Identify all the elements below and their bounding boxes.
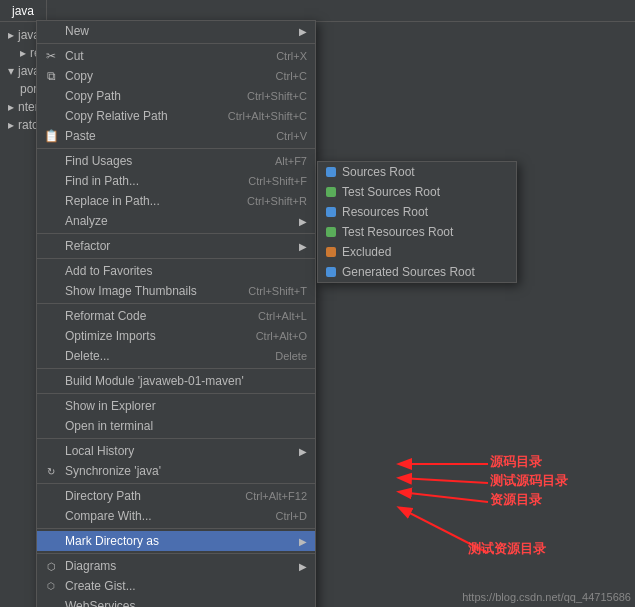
menu-copy-relative-label: Copy Relative Path [65, 109, 168, 123]
menu-item-synchronize[interactable]: ↻ Synchronize 'java' [37, 461, 315, 481]
submenu-item-generated-sources-root[interactable]: Generated Sources Root [318, 262, 516, 282]
submenu-arrow-diagrams: ▶ [299, 561, 307, 572]
menu-mark-dir-label: Mark Directory as [65, 534, 159, 548]
paste-icon: 📋 [41, 129, 61, 143]
menu-item-reformat[interactable]: Reformat Code Ctrl+Alt+L [37, 306, 315, 326]
submenu-arrow-history: ▶ [299, 446, 307, 457]
menu-item-find-usages[interactable]: Find Usages Alt+F7 [37, 151, 315, 171]
submenu-item-test-sources-root[interactable]: Test Sources Root [318, 182, 516, 202]
menu-item-copy-relative-path[interactable]: Copy Relative Path Ctrl+Alt+Shift+C [37, 106, 315, 126]
menu-item-delete[interactable]: Delete... Delete [37, 346, 315, 366]
delete-shortcut: Delete [275, 350, 307, 362]
test-sources-root-icon [326, 187, 336, 197]
submenu-excluded-label: Excluded [342, 245, 391, 259]
menu-thumbnails-label: Show Image Thumbnails [65, 284, 197, 298]
submenu-arrow-mark: ▶ [299, 536, 307, 547]
menu-compare-label: Compare With... [65, 509, 152, 523]
test-resources-root-icon [326, 227, 336, 237]
menu-cut-label: Cut [65, 49, 84, 63]
menu-item-compare[interactable]: Compare With... Ctrl+D [37, 506, 315, 526]
menu-item-optimize[interactable]: Optimize Imports Ctrl+Alt+O [37, 326, 315, 346]
tree-arrow: ▸ [8, 118, 14, 132]
menu-item-favorites[interactable]: Add to Favorites [37, 261, 315, 281]
generated-sources-root-icon [326, 267, 336, 277]
menu-item-thumbnails[interactable]: Show Image Thumbnails Ctrl+Shift+T [37, 281, 315, 301]
submenu-generated-sources-label: Generated Sources Root [342, 265, 475, 279]
find-usages-shortcut: Alt+F7 [275, 155, 307, 167]
dir-path-shortcut: Ctrl+Alt+F12 [245, 490, 307, 502]
annotation-sources-root: 源码目录 [490, 453, 542, 471]
copy-shortcut: Ctrl+C [276, 70, 307, 82]
menu-item-copy-path[interactable]: Copy Path Ctrl+Shift+C [37, 86, 315, 106]
annotation-resources-root: 资源目录 [490, 491, 542, 509]
menu-replace-label: Replace in Path... [65, 194, 160, 208]
menu-reformat-label: Reformat Code [65, 309, 146, 323]
menu-item-mark-directory[interactable]: Mark Directory as ▶ [37, 531, 315, 551]
annotation-test-resources-root: 测试资源目录 [468, 540, 546, 558]
menu-delete-label: Delete... [65, 349, 110, 363]
separator-3 [37, 233, 315, 234]
submenu-test-sources-root-label: Test Sources Root [342, 185, 440, 199]
menu-item-cut[interactable]: ✂ Cut Ctrl+X [37, 46, 315, 66]
menu-paste-label: Paste [65, 129, 96, 143]
find-path-shortcut: Ctrl+Shift+F [248, 175, 307, 187]
menu-copy-path-label: Copy Path [65, 89, 121, 103]
menu-item-diagrams[interactable]: ⬡ Diagrams ▶ [37, 556, 315, 576]
menu-item-find-in-path[interactable]: Find in Path... Ctrl+Shift+F [37, 171, 315, 191]
submenu-item-excluded[interactable]: Excluded [318, 242, 516, 262]
menu-item-build[interactable]: Build Module 'javaweb-01-maven' [37, 371, 315, 391]
tab-bar: java [0, 0, 635, 22]
annotation-test-sources-root: 测试源码目录 [490, 472, 568, 490]
mark-directory-wrapper: Mark Directory as ▶ Sources Root Test So… [37, 531, 315, 551]
separator-4 [37, 258, 315, 259]
replace-shortcut: Ctrl+Shift+R [247, 195, 307, 207]
separator-2 [37, 148, 315, 149]
tree-arrow: ▸ [8, 100, 14, 114]
submenu-test-resources-root-label: Test Resources Root [342, 225, 453, 239]
submenu-arrow-refactor: ▶ [299, 241, 307, 252]
menu-item-local-history[interactable]: Local History ▶ [37, 441, 315, 461]
copy-path-shortcut: Ctrl+Shift+C [247, 90, 307, 102]
menu-item-replace-in-path[interactable]: Replace in Path... Ctrl+Shift+R [37, 191, 315, 211]
menu-diagrams-label: Diagrams [65, 559, 116, 573]
menu-copy-label: Copy [65, 69, 93, 83]
menu-item-paste[interactable]: 📋 Paste Ctrl+V [37, 126, 315, 146]
compare-shortcut: Ctrl+D [276, 510, 307, 522]
submenu-item-resources-root[interactable]: Resources Root [318, 202, 516, 222]
menu-item-create-gist[interactable]: ⬡ Create Gist... [37, 576, 315, 596]
menu-item-webservices[interactable]: WebServices [37, 596, 315, 607]
menu-item-open-terminal[interactable]: Open in terminal [37, 416, 315, 436]
excluded-icon [326, 247, 336, 257]
menu-item-refactor[interactable]: Refactor ▶ [37, 236, 315, 256]
menu-item-analyze[interactable]: Analyze ▶ [37, 211, 315, 231]
menu-item-show-explorer[interactable]: Show in Explorer [37, 396, 315, 416]
submenu-item-test-resources-root[interactable]: Test Resources Root [318, 222, 516, 242]
submenu-arrow-analyze: ▶ [299, 216, 307, 227]
thumbnails-shortcut: Ctrl+Shift+T [248, 285, 307, 297]
separator-7 [37, 393, 315, 394]
menu-item-new[interactable]: New ▶ [37, 21, 315, 41]
mark-directory-submenu: Sources Root Test Sources Root Resources… [317, 161, 517, 283]
menu-create-gist-label: Create Gist... [65, 579, 136, 593]
menu-local-history-label: Local History [65, 444, 134, 458]
menu-show-explorer-label: Show in Explorer [65, 399, 156, 413]
menu-find-usages-label: Find Usages [65, 154, 132, 168]
menu-webservices-label: WebServices [65, 599, 135, 607]
tree-arrow: ▸ [8, 28, 14, 42]
separator-5 [37, 303, 315, 304]
optimize-shortcut: Ctrl+Alt+O [256, 330, 307, 342]
menu-analyze-label: Analyze [65, 214, 108, 228]
submenu-resources-root-label: Resources Root [342, 205, 428, 219]
menu-item-copy[interactable]: ⧉ Copy Ctrl+C [37, 66, 315, 86]
gist-icon: ⬡ [41, 581, 61, 591]
separator-6 [37, 368, 315, 369]
separator-9 [37, 483, 315, 484]
reformat-shortcut: Ctrl+Alt+L [258, 310, 307, 322]
cut-icon: ✂ [41, 49, 61, 63]
submenu-item-sources-root[interactable]: Sources Root [318, 162, 516, 182]
copy-relative-shortcut: Ctrl+Alt+Shift+C [228, 110, 307, 122]
tab-java[interactable]: java [0, 0, 47, 21]
menu-item-dir-path[interactable]: Directory Path Ctrl+Alt+F12 [37, 486, 315, 506]
separator-11 [37, 553, 315, 554]
tree-arrow: ▸ [20, 46, 26, 60]
